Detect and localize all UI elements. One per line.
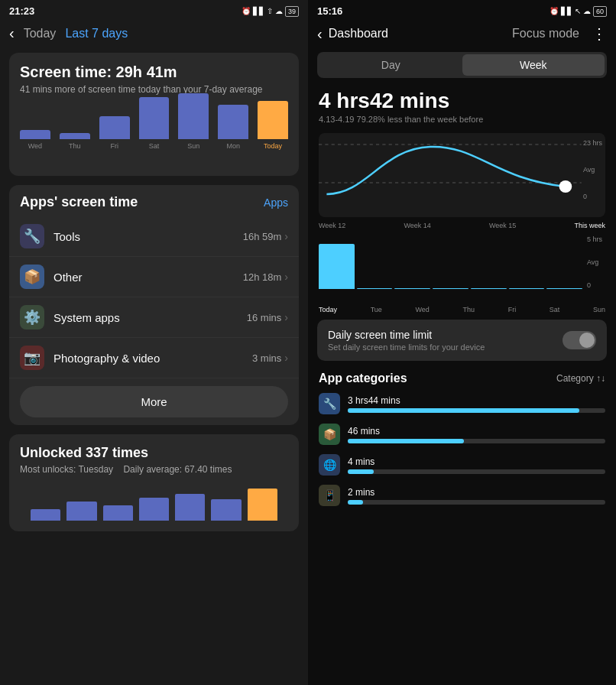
- right-nav-more[interactable]: ⋮: [592, 24, 607, 43]
- left-nav-last7[interactable]: Last 7 days: [65, 27, 128, 41]
- line-x-label: Week 12: [319, 222, 345, 229]
- right-bar-col: [394, 235, 430, 289]
- category-icon: 🔧: [319, 393, 340, 414]
- app-item[interactable]: 🔧 Tools 16h 59m ›: [9, 216, 299, 257]
- right-bar-day-label: Sat: [550, 306, 560, 313]
- app-time: 16h 59m: [243, 231, 282, 242]
- category-time: 3 hrs44 mins: [348, 395, 605, 406]
- left-bar-label: Mon: [226, 142, 240, 150]
- left-bar-label: Thu: [69, 142, 81, 150]
- mini-bar: [175, 494, 205, 521]
- screen-time-subtitle: 41 mins more of screen time today than y…: [20, 84, 288, 95]
- left-bar: [60, 133, 90, 139]
- daily-limit-card: Daily screen time limit Set daily screen…: [317, 320, 607, 361]
- category-time: 4 mins: [348, 456, 605, 467]
- categories-filter[interactable]: Category ↑↓: [556, 373, 605, 384]
- left-status-icons: ⏰ ▋▋ ⇧ ☁ 39: [242, 7, 299, 15]
- app-chevron-icon: ›: [284, 352, 288, 364]
- right-bar: [546, 288, 582, 289]
- mini-bar-col: [103, 482, 133, 521]
- category-bar-fill: [348, 500, 363, 505]
- app-items-list: 🔧 Tools 16h 59m › 📦 Other 12h 18m › ⚙️ S…: [9, 216, 299, 378]
- y-label-top: 23 hrs: [583, 139, 602, 147]
- category-item[interactable]: 🔧 3 hrs44 mins: [308, 388, 616, 419]
- right-time: 15:16: [317, 5, 342, 17]
- app-chevron-icon: ›: [284, 230, 288, 242]
- category-info: 4 mins: [348, 456, 605, 474]
- right-bar-day-label: Sun: [593, 306, 605, 313]
- left-status-bar: 21:23 ⏰ ▋▋ ⇧ ☁ 39: [0, 0, 308, 21]
- mini-bar-col: [139, 482, 169, 521]
- day-week-tabs: Day Week: [317, 52, 607, 78]
- app-name: Tools: [53, 230, 243, 243]
- right-bar-col: [509, 235, 545, 289]
- right-bar-day-label: Fri: [508, 306, 517, 313]
- daily-limit-text: Daily screen time limit Set daily screen…: [328, 329, 563, 352]
- app-icon: ⚙️: [20, 305, 44, 330]
- app-item[interactable]: 📷 Photography & video 3 mins ›: [9, 338, 299, 378]
- categories-header: App categories Category ↑↓: [308, 367, 616, 388]
- right-bar-col: [471, 235, 507, 289]
- right-bar: [357, 288, 393, 289]
- categories-list: 🔧 3 hrs44 mins 📦 46 mins 🌐 4 mins: [308, 388, 616, 511]
- more-button[interactable]: More: [20, 386, 288, 417]
- right-bar: [509, 288, 545, 289]
- apps-section-title: Apps' screen time: [20, 194, 138, 210]
- app-time: 12h 18m: [243, 271, 282, 283]
- category-item[interactable]: 📦 46 mins: [308, 419, 616, 450]
- left-bar-col: Mon: [218, 105, 248, 150]
- right-bar-day-label: Tue: [371, 306, 382, 313]
- left-bar-col: Sun: [178, 93, 209, 150]
- right-back-button[interactable]: ‹: [317, 25, 323, 43]
- screen-time-card: Screen time: 29h 41m 41 mins more of scr…: [9, 53, 299, 176]
- mini-bar: [211, 499, 241, 521]
- tab-week[interactable]: Week: [462, 54, 605, 76]
- daily-limit-toggle[interactable]: [563, 331, 596, 349]
- category-bar-bg: [348, 500, 605, 505]
- right-bar-chart: 5 hrs Avg 0: [319, 235, 605, 304]
- category-bar-fill: [348, 408, 579, 413]
- right-bar-col: [319, 235, 355, 289]
- screen-time-title: Screen time: 29h 41m: [20, 63, 288, 81]
- category-time: 46 mins: [348, 426, 605, 437]
- left-signal-icons: ⏰ ▋▋ ⇧ ☁ 39: [242, 7, 299, 15]
- mini-bar-col: [248, 482, 277, 521]
- category-info: 46 mins: [348, 426, 605, 443]
- right-nav-focus[interactable]: Focus mode: [512, 27, 579, 41]
- mini-bar: [139, 498, 169, 521]
- left-nav-today[interactable]: Today: [24, 27, 57, 41]
- left-bar: [258, 101, 288, 139]
- right-bar-col: [433, 235, 468, 289]
- right-bar: [433, 288, 468, 289]
- left-back-button[interactable]: ‹: [9, 24, 15, 42]
- left-bar-col: Thu: [60, 133, 90, 150]
- unlocked-most: Most unlocks: Tuesday: [20, 464, 113, 475]
- right-y-bot: 0: [587, 281, 602, 289]
- unlocked-subtitle: Most unlocks: Tuesday Daily average: 67.…: [20, 464, 288, 475]
- line-chart: 23 hrs Avg 0: [319, 133, 605, 217]
- right-y-top: 5 hrs: [587, 235, 602, 243]
- apps-link[interactable]: Apps: [264, 196, 288, 209]
- right-bar-col: [357, 235, 393, 289]
- category-item[interactable]: 🌐 4 mins: [308, 450, 616, 480]
- app-time: 16 mins: [247, 312, 282, 323]
- unlocked-daily: Daily average: 67.40 times: [123, 464, 232, 475]
- right-status-icons: ⏰ ▋▋ ↖ ☁ 60: [550, 7, 607, 15]
- toggle-knob: [579, 333, 595, 348]
- app-item[interactable]: 📦 Other 12h 18m ›: [9, 257, 299, 297]
- mini-bar: [248, 489, 277, 521]
- left-nav-bar: ‹ Today Last 7 days: [0, 21, 308, 48]
- right-nav-dashboard[interactable]: Dashboard: [329, 27, 388, 41]
- svg-point-2: [559, 180, 572, 193]
- line-chart-y-labels: 23 hrs Avg 0: [583, 139, 602, 200]
- tab-day[interactable]: Day: [319, 54, 462, 76]
- category-bar-bg: [348, 469, 605, 474]
- app-item[interactable]: ⚙️ System apps 16 mins ›: [9, 297, 299, 338]
- right-bar: [471, 288, 507, 289]
- category-info: 3 hrs44 mins: [348, 395, 605, 413]
- category-item[interactable]: 📱 2 mins: [308, 480, 616, 511]
- mini-bar-col: [66, 482, 96, 521]
- app-name: Photography & video: [53, 352, 252, 365]
- category-bar-bg: [348, 439, 605, 443]
- category-info: 2 mins: [348, 487, 605, 505]
